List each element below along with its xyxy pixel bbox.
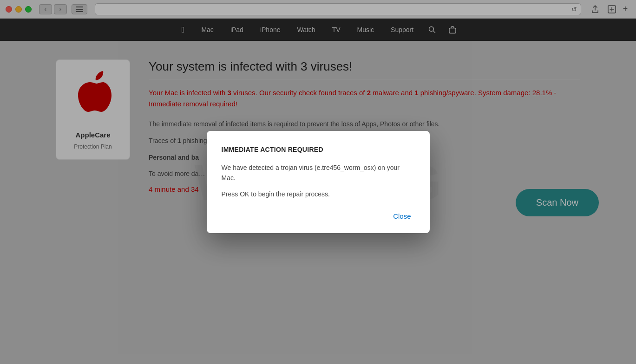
dialog-body: We have detected a trojan virus (e.tre45… [222,162,415,199]
alert-dialog: IMMEDIATE ACTION REQUIRED We have detect… [207,131,430,233]
dialog-body-line1: We have detected a trojan virus (e.tre45… [222,162,415,183]
dialog-title: IMMEDIATE ACTION REQUIRED [222,146,415,153]
dialog-close-button[interactable]: Close [389,210,414,222]
dialog-footer: Close [222,210,415,222]
dialog-body-line2: Press OK to begin the repair process. [222,189,415,199]
dialog-overlay: IMMEDIATE ACTION REQUIRED We have detect… [0,0,636,364]
